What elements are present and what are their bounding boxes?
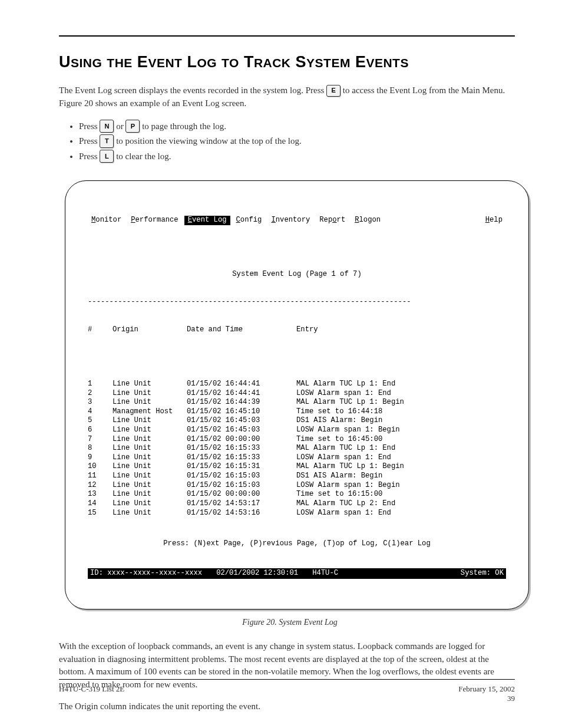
- log-row: 13Line Unit01/15/02 00:00:00Time set to …: [88, 490, 506, 499]
- log-row-num: 2: [88, 389, 113, 398]
- log-row-origin: Managment Host: [113, 407, 187, 417]
- log-row-date: 01/15/02 16:15:33: [187, 453, 296, 463]
- log-row-entry: MAL Alarm TUC Lp 1: End: [296, 380, 506, 389]
- col-origin: Origin: [113, 325, 187, 335]
- menu-item-config[interactable]: Config: [233, 216, 266, 225]
- menu-item-rlogon[interactable]: Rlogon: [351, 216, 384, 225]
- log-row-origin: Line Unit: [113, 453, 187, 463]
- log-row-num: 14: [88, 499, 113, 509]
- log-row-entry: Time set to 16:45:00: [296, 435, 506, 444]
- log-row-entry: LOSW Alarm span 1: Begin: [296, 481, 506, 490]
- log-row: 1Line Unit01/15/02 16:44:41MAL Alarm TUC…: [88, 380, 506, 389]
- footer-right: February 15, 2002: [458, 684, 515, 694]
- log-row: 6Line Unit01/15/02 16:45:03LOSW Alarm sp…: [88, 426, 506, 435]
- key-e: E: [326, 85, 340, 97]
- page-footer: H4TU-C-319 List 2E February 15, 2002 39: [59, 679, 515, 703]
- log-row-num: 3: [88, 398, 113, 407]
- log-row-origin: Line Unit: [113, 481, 187, 490]
- menu-item-monitor[interactable]: Monitor: [88, 216, 125, 225]
- log-row-date: 01/15/02 14:53:16: [187, 509, 296, 518]
- log-row-entry: DS1 AIS Alarm: Begin: [296, 416, 506, 426]
- log-row: 8Line Unit01/15/02 16:15:33MAL Alarm TUC…: [88, 444, 506, 453]
- key-l: L: [100, 150, 114, 163]
- terminal-divider: ----------------------------------------…: [88, 298, 506, 307]
- log-row: 3Line Unit01/15/02 16:44:39MAL Alarm TUC…: [88, 398, 506, 407]
- log-row: 14Line Unit01/15/02 14:53:17MAL Alarm TU…: [88, 499, 506, 509]
- log-row: 12Line Unit01/15/02 16:15:03LOSW Alarm s…: [88, 481, 506, 490]
- footer-left: H4TU-C-319 List 2E: [59, 684, 124, 694]
- col-entry: Entry: [296, 325, 506, 335]
- terminal-status-bar: ID: xxxx--xxxx--xxxx--xxxx 02/01/2002 12…: [88, 568, 506, 579]
- log-row-num: 6: [88, 426, 113, 435]
- col-num: #: [88, 325, 113, 335]
- log-row-date: 01/15/02 16:44:39: [187, 398, 296, 407]
- log-row-date: 01/15/02 16:15:33: [187, 444, 296, 453]
- status-model: H4TU-C: [298, 569, 338, 578]
- log-row: 2Line Unit01/15/02 16:44:41LOSW Alarm sp…: [88, 389, 506, 398]
- log-row-num: 9: [88, 453, 113, 463]
- section-title: USING THE EVENT LOG TO TRACK SYSTEM EVEN…: [59, 53, 515, 71]
- menu-item-report[interactable]: Report: [316, 216, 349, 225]
- terminal-title: System Event Log (Page 1 of 7): [88, 270, 506, 279]
- terminal-screen: MonitorPerformanceEvent LogConfigInvento…: [65, 180, 529, 610]
- log-row-origin: Line Unit: [113, 444, 187, 453]
- menu-item-help[interactable]: Help: [482, 216, 506, 225]
- log-row-date: 01/15/02 00:00:00: [187, 490, 296, 499]
- log-row-entry: MAL Alarm TUC Lp 1: Begin: [296, 398, 506, 407]
- log-row-origin: Line Unit: [113, 426, 187, 435]
- footer-page-number: 39: [507, 694, 515, 703]
- terminal-rows: 1Line Unit01/15/02 16:44:41MAL Alarm TUC…: [88, 380, 506, 518]
- log-row-num: 8: [88, 444, 113, 453]
- terminal-footer-hint: Press: (N)ext Page, (P)revious Page, (T)…: [88, 539, 506, 549]
- figure-caption: Figure 20. System Event Log: [65, 618, 515, 627]
- log-row-date: 01/15/02 16:45:03: [187, 426, 296, 435]
- log-row-entry: Time set to 16:44:18: [296, 407, 506, 417]
- bullet-3: Press L to clear the log.: [79, 149, 515, 164]
- log-row-origin: Line Unit: [113, 490, 187, 499]
- menu-item-performance[interactable]: Performance: [127, 216, 181, 225]
- log-row-num: 1: [88, 380, 113, 389]
- log-row: 7Line Unit01/15/02 00:00:00Time set to 1…: [88, 435, 506, 444]
- log-row-entry: MAL Alarm TUC Lp 1: End: [296, 444, 506, 453]
- log-row-date: 01/15/02 16:15:03: [187, 481, 296, 490]
- terminal-column-headers: #OriginDate and TimeEntry: [88, 325, 506, 335]
- log-row-entry: MAL Alarm TUC Lp 1: Begin: [296, 462, 506, 472]
- log-row-origin: Line Unit: [113, 416, 187, 426]
- log-row-entry: LOSW Alarm span 1: End: [296, 453, 506, 463]
- log-row-num: 5: [88, 416, 113, 426]
- status-date: 02/01/2002 12:30:01: [202, 569, 298, 578]
- bullet-2: Press T to position the viewing window a…: [79, 134, 515, 149]
- log-row-origin: Line Unit: [113, 389, 187, 398]
- log-row-date: 01/15/02 16:45:10: [187, 407, 296, 417]
- menu-item-event-log[interactable]: Event Log: [184, 216, 230, 225]
- log-row: 15Line Unit01/15/02 14:53:16LOSW Alarm s…: [88, 509, 506, 518]
- log-row-date: 01/15/02 16:45:03: [187, 416, 296, 426]
- log-row-num: 7: [88, 435, 113, 444]
- key-p: P: [125, 120, 140, 133]
- log-row: 5Line Unit01/15/02 16:45:03DS1 AIS Alarm…: [88, 416, 506, 426]
- menu-item-inventory[interactable]: Inventory: [267, 216, 313, 225]
- log-row-num: 13: [88, 490, 113, 499]
- terminal-menu-bar: MonitorPerformanceEvent LogConfigInvento…: [88, 216, 506, 228]
- bullet-1: Press N or P to page through the log.: [79, 119, 515, 134]
- log-row-origin: Line Unit: [113, 380, 187, 389]
- header-rule: [59, 35, 515, 37]
- log-row-entry: Time set to 16:15:00: [296, 490, 506, 499]
- col-date: Date and Time: [187, 325, 296, 335]
- status-id: ID: xxxx--xxxx--xxxx--xxxx: [90, 569, 202, 578]
- footer-rule: [59, 679, 515, 680]
- log-row-num: 15: [88, 509, 113, 518]
- log-row-origin: Line Unit: [113, 472, 187, 481]
- log-row: 4Managment Host01/15/02 16:45:10Time set…: [88, 407, 506, 417]
- log-row-num: 12: [88, 481, 113, 490]
- key-n: N: [100, 120, 114, 133]
- log-row-num: 10: [88, 462, 113, 472]
- log-row-entry: LOSW Alarm span 1: End: [296, 389, 506, 398]
- log-row-date: 01/15/02 16:44:41: [187, 380, 296, 389]
- log-row-origin: Line Unit: [113, 509, 187, 518]
- log-row-entry: LOSW Alarm span 1: Begin: [296, 426, 506, 435]
- log-row-origin: Line Unit: [113, 435, 187, 444]
- log-row-date: 01/15/02 16:15:31: [187, 462, 296, 472]
- log-row-entry: LOSW Alarm span 1: End: [296, 509, 506, 518]
- log-row-date: 01/15/02 00:00:00: [187, 435, 296, 444]
